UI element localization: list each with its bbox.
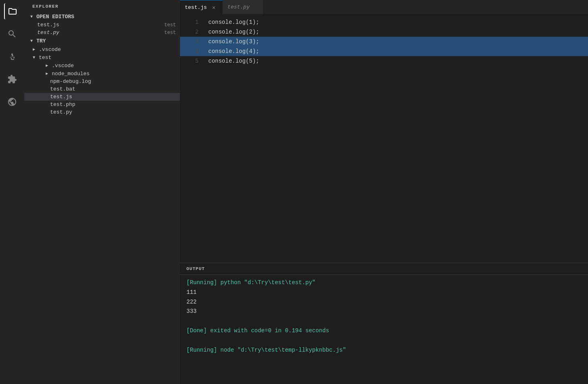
tree-node-modules[interactable]: node_modules <box>24 70 180 78</box>
code-line-5: 5 console.log(5); <box>180 56 588 66</box>
output-blank-2 <box>186 336 582 346</box>
try-label: TRY <box>36 38 46 44</box>
testjs-label: test.js <box>50 94 176 100</box>
test-dir-label: test <box>39 55 176 61</box>
editor-area: test.js ✕ test.py 1 console.log(1); 2 co… <box>180 0 588 384</box>
open-file-testjs[interactable]: test.js test <box>24 21 180 29</box>
remote-icon[interactable] <box>4 94 20 110</box>
file-label-testjs: test.js <box>37 22 162 28</box>
node-modules-arrow <box>44 70 50 77</box>
line-number-1: 1 <box>186 19 199 25</box>
line-number-2: 2 <box>186 29 199 35</box>
tree-testphp[interactable]: test.php <box>24 101 180 108</box>
sidebar: EXPLORER OPEN EDITORS test.js test test.… <box>24 0 180 384</box>
code-line-3: 3 console.log(3); <box>180 37 588 46</box>
vscode-inner-arrow <box>44 62 50 69</box>
search-icon[interactable] <box>4 26 20 42</box>
code-line-1: 1 console.log(1); <box>180 17 588 27</box>
open-editors-header[interactable]: OPEN EDITORS <box>24 12 180 21</box>
code-line-4: 4 console.log(4); <box>180 46 588 56</box>
tree-vscode-inner[interactable]: .vscode <box>24 61 180 70</box>
vscode-inner-label: .vscode <box>52 63 176 69</box>
output-line-111: 111 <box>186 288 582 297</box>
output-line-222: 222 <box>186 297 582 307</box>
output-blank-1 <box>186 316 582 326</box>
git-icon[interactable] <box>4 49 20 65</box>
tab-testpy-label: test.py <box>228 4 250 10</box>
tree-vscode-root[interactable]: .vscode <box>24 45 180 53</box>
output-line-done: [Done] exited with code=0 in 0.194 secon… <box>186 326 582 336</box>
extensions-icon[interactable] <box>4 71 20 87</box>
node-modules-label: node_modules <box>52 71 176 77</box>
tab-testjs-close[interactable]: ✕ <box>210 4 218 11</box>
vscode-root-label: .vscode <box>39 46 176 53</box>
line-content-5: console.log(5); <box>208 58 259 64</box>
output-content: [Running] python "d:\Try\test\test.py" 1… <box>180 275 588 358</box>
try-header[interactable]: TRY <box>24 36 180 45</box>
line-content-1: console.log(1); <box>208 19 259 25</box>
tab-testpy[interactable]: test.py <box>223 0 263 14</box>
try-arrow <box>28 38 35 44</box>
file-label-testpy: test.py <box>37 30 162 36</box>
output-header: OUTPUT <box>180 263 588 275</box>
vscode-root-arrow <box>31 46 37 53</box>
output-line-running-python: [Running] python "d:\Try\test\test.py" <box>186 278 582 288</box>
npm-debug-label: npm-debug.log <box>50 78 176 84</box>
line-number-5: 5 <box>186 58 199 64</box>
tree-npm-debug[interactable]: npm-debug.log <box>24 78 180 85</box>
output-panel: OUTPUT [Running] python "d:\Try\test\tes… <box>180 263 588 384</box>
tree-test-dir[interactable]: test <box>24 53 180 61</box>
tree-testjs[interactable]: test.js <box>24 93 180 101</box>
editor-content[interactable]: 1 console.log(1); 2 console.log(2); 3 co… <box>180 14 588 263</box>
test-dir-arrow <box>31 54 37 61</box>
tab-bar: test.js ✕ test.py <box>180 0 588 14</box>
file-badge-testpy: test <box>164 30 176 36</box>
open-file-testpy[interactable]: test.py test <box>24 29 180 36</box>
activity-bar <box>0 0 24 384</box>
open-editors-label: OPEN EDITORS <box>36 14 74 20</box>
testphp-label: test.php <box>50 101 176 108</box>
open-editors-arrow <box>28 13 35 20</box>
tab-testjs[interactable]: test.js ✕ <box>180 0 223 14</box>
file-badge-testjs: test <box>164 22 176 28</box>
output-line-333: 333 <box>186 307 582 316</box>
testpy-label: test.py <box>50 109 176 115</box>
explorer-icon[interactable] <box>4 3 20 19</box>
code-line-2: 2 console.log(2); <box>180 27 588 37</box>
tab-testjs-label: test.js <box>185 4 207 11</box>
sidebar-title: EXPLORER <box>24 0 180 12</box>
line-number-3: 3 <box>186 38 199 45</box>
line-number-4: 4 <box>186 48 199 55</box>
tree-testpy[interactable]: test.py <box>24 108 180 116</box>
line-content-3: console.log(3); <box>208 38 259 45</box>
line-content-4: console.log(4); <box>208 48 259 55</box>
testbat-label: test.bat <box>50 86 176 92</box>
output-line-running-node: [Running] node "d:\Try\test\temp-llkypkn… <box>186 346 582 355</box>
tree-testbat[interactable]: test.bat <box>24 85 180 93</box>
line-content-2: console.log(2); <box>208 29 259 35</box>
